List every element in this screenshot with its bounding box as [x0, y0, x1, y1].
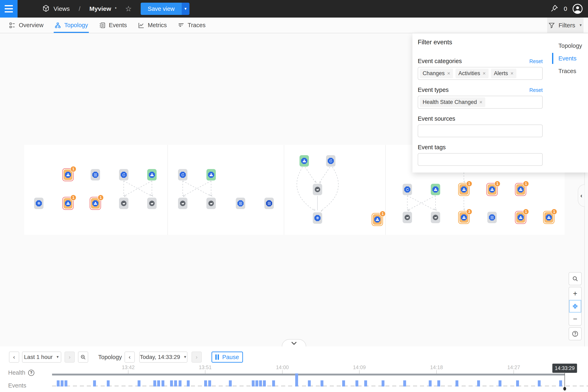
tab-events[interactable]: Events [98, 18, 128, 33]
time-range-next-button[interactable]: › [64, 352, 75, 362]
topology-node[interactable]: 1 [515, 211, 526, 224]
topology-node[interactable]: 1 [515, 183, 526, 196]
save-view-button[interactable]: Save view [141, 3, 182, 15]
topology-node[interactable] [119, 169, 128, 180]
hamburger-menu-button[interactable] [0, 0, 18, 18]
topology-node[interactable] [402, 184, 412, 195]
event-categories-input[interactable]: Changes×Activities×Alerts× [418, 67, 543, 80]
chip-remove-icon[interactable]: × [510, 70, 514, 76]
tab-topology[interactable]: Topology [54, 18, 89, 33]
node-body [300, 155, 309, 166]
filter-side-tabs: Topology Events Traces [558, 40, 582, 78]
filter-chip[interactable]: Changes× [420, 68, 453, 78]
time-tick-line [128, 370, 128, 374]
filter-panel: Filter events Event categories Reset Cha… [412, 33, 588, 172]
side-tab-topology[interactable]: Topology [558, 40, 582, 52]
filter-chip[interactable]: Activities× [456, 68, 488, 78]
zoom-in-button[interactable]: + [569, 287, 581, 300]
side-tab-traces[interactable]: Traces [558, 65, 582, 78]
timeline-zoom-out-button[interactable] [78, 352, 88, 362]
event-types-label: Event types [418, 86, 449, 93]
current-time-dropdown[interactable]: Today, 14:33:29 ▼ [139, 352, 188, 362]
event-bar [364, 380, 367, 386]
event-bar [272, 380, 275, 386]
topology-node[interactable] [402, 212, 412, 223]
chip-remove-icon[interactable]: × [480, 99, 482, 105]
tab-overview[interactable]: Overview [8, 18, 44, 33]
chip-remove-icon[interactable]: × [447, 70, 450, 76]
fit-to-screen-button[interactable] [569, 300, 581, 312]
topology-node[interactable] [264, 198, 274, 209]
pause-button[interactable]: Pause [212, 352, 243, 362]
time-step-next-button[interactable]: › [192, 352, 202, 362]
topology-node[interactable] [487, 212, 497, 223]
topology-node[interactable]: 1 [90, 197, 101, 210]
help-icon [572, 331, 578, 337]
topology-node[interactable]: 1 [543, 211, 554, 224]
time-step-prev-button[interactable]: ‹ [124, 352, 135, 362]
topology-node[interactable] [326, 155, 336, 166]
topology-node[interactable] [431, 212, 440, 223]
event-types-input[interactable]: Health State Changed× [418, 96, 543, 108]
topology-node[interactable] [206, 198, 216, 209]
topology-node[interactable] [34, 198, 44, 209]
breadcrumb-section[interactable]: Views [54, 5, 70, 12]
user-avatar[interactable] [572, 4, 583, 14]
topology-node[interactable]: 1 [372, 213, 383, 226]
save-view-dropdown-button[interactable]: ▼ [182, 3, 190, 15]
node-body [119, 198, 128, 209]
topology-node[interactable] [119, 198, 128, 209]
topology-node[interactable] [147, 169, 156, 180]
filters-button[interactable]: Filters ▼ [547, 18, 584, 33]
node-body [402, 184, 412, 195]
whale-icon [432, 214, 438, 220]
node-body [147, 198, 156, 209]
topology-node[interactable] [313, 184, 322, 195]
tree-icon [65, 200, 71, 206]
health-help-icon[interactable]: ? [28, 370, 34, 376]
topology-node[interactable] [178, 169, 188, 180]
event-categories-reset-link[interactable]: Reset [530, 58, 543, 64]
time-range-dropdown[interactable]: Last 1 hour ▼ [22, 352, 61, 362]
current-time-cursor-line[interactable] [564, 373, 565, 387]
current-time-cursor-dot[interactable] [563, 387, 566, 390]
topology-node[interactable]: 1 [458, 183, 470, 196]
pin-icon[interactable] [550, 4, 558, 13]
event-bar [295, 374, 298, 386]
chip-remove-icon[interactable]: × [483, 70, 486, 76]
topology-node[interactable] [236, 198, 245, 209]
favorite-star-icon[interactable]: ☆ [125, 4, 132, 13]
filter-chip[interactable]: Alerts× [491, 68, 516, 78]
side-tab-events[interactable]: Events [558, 52, 582, 65]
cycle-icon [121, 172, 127, 178]
event-sources-input[interactable] [418, 124, 543, 137]
time-tick-label: 14:00 [276, 364, 289, 370]
timeline-collapse-tab[interactable] [282, 339, 306, 347]
topology-node[interactable] [300, 155, 309, 166]
topology-node[interactable] [431, 184, 440, 195]
event-types-reset-link[interactable]: Reset [530, 87, 543, 93]
event-tags-input[interactable] [418, 153, 543, 166]
topology-node[interactable]: 3 [458, 211, 470, 224]
event-bar [138, 380, 140, 386]
current-time-cursor-badge[interactable]: 14:33:29 [552, 364, 577, 373]
tab-metrics[interactable]: Metrics [137, 18, 168, 33]
tab-traces[interactable]: Traces [177, 18, 206, 33]
topology-node[interactable]: 1 [62, 197, 74, 210]
zoom-out-button[interactable]: − [569, 312, 581, 325]
topology-node[interactable] [178, 198, 188, 209]
health-timeline-bar[interactable] [52, 374, 565, 376]
event-bar [170, 380, 173, 386]
topology-node[interactable] [147, 198, 156, 209]
topology-node[interactable]: 1 [62, 168, 74, 181]
topology-node[interactable]: 1 [486, 183, 498, 196]
canvas-search-button[interactable] [568, 272, 582, 285]
filter-chip[interactable]: Health State Changed× [420, 98, 485, 107]
right-drawer-handle[interactable]: ‹ [578, 184, 584, 207]
canvas-help-button[interactable] [568, 327, 582, 340]
topology-node[interactable] [313, 212, 322, 224]
topology-node[interactable] [91, 169, 100, 180]
time-range-prev-button[interactable]: ‹ [9, 352, 19, 362]
topology-node[interactable] [206, 169, 216, 180]
node-body [431, 212, 440, 223]
